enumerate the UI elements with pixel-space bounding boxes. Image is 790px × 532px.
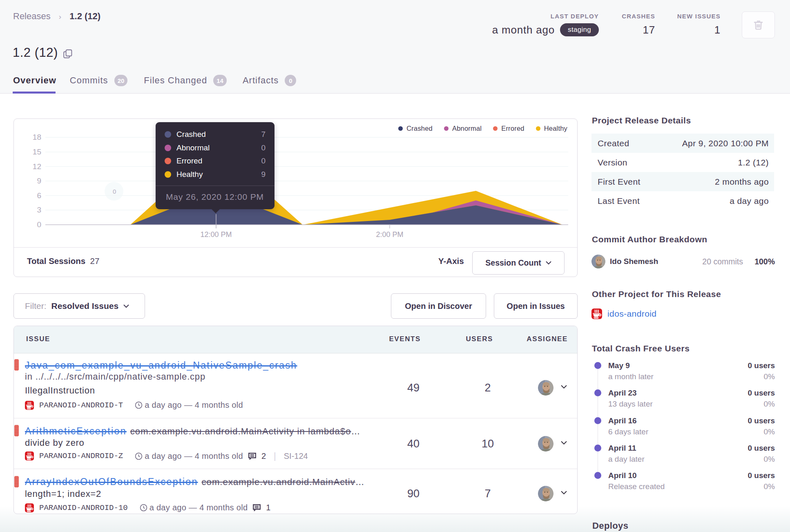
svg-text:6: 6 (37, 191, 41, 200)
svg-text:12:00 PM: 12:00 PM (200, 230, 232, 239)
svg-text:18: 18 (33, 133, 41, 141)
svg-text:0: 0 (37, 220, 41, 229)
svg-text:0: 0 (113, 188, 116, 195)
svg-text:3: 3 (37, 206, 41, 214)
svg-text:15: 15 (33, 148, 41, 156)
svg-text:12: 12 (33, 162, 41, 171)
svg-text:2:00 PM: 2:00 PM (376, 230, 403, 239)
svg-text:9: 9 (37, 177, 41, 185)
